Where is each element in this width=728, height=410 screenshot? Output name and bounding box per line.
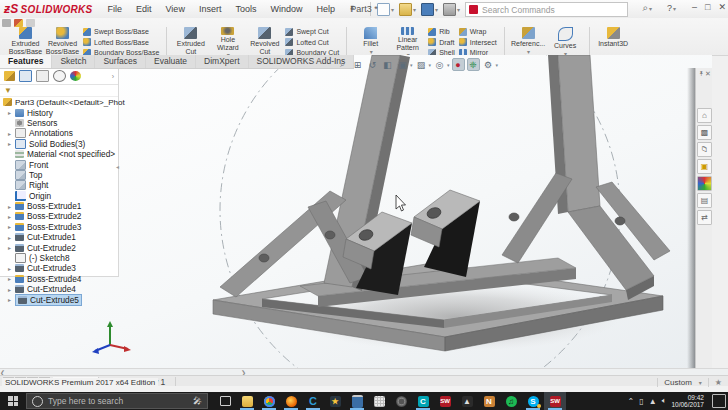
menu-edit[interactable]: Edit xyxy=(129,0,159,18)
maximize-button[interactable]: □ xyxy=(705,2,710,12)
tab-evaluate[interactable]: Evaluate xyxy=(146,55,196,68)
minimize-button[interactable]: – xyxy=(692,2,697,12)
previous-view-icon[interactable]: ↺ xyxy=(366,58,379,71)
search-magnifier-icon[interactable]: ⌕▾ xyxy=(642,2,652,14)
action-center-icon[interactable] xyxy=(712,394,726,408)
task-pane-pin-icon[interactable]: 🖈 xyxy=(698,70,705,78)
tree-item-cut-extrude3[interactable]: ▸ Cut-Extrude3 xyxy=(0,263,118,273)
task-view-icon[interactable] xyxy=(214,392,236,410)
configurationmanager-tab-icon[interactable] xyxy=(36,70,49,82)
appearances-scenes-icon[interactable] xyxy=(697,176,712,191)
view-palette-icon[interactable]: ▣ xyxy=(697,159,712,174)
save-button[interactable]: ▾ xyxy=(419,2,440,17)
menu-insert[interactable]: Insert xyxy=(192,0,229,18)
menu-view[interactable]: View xyxy=(159,0,192,18)
curves-button[interactable]: Curves ▾ xyxy=(547,26,584,58)
tray-expand-icon[interactable]: ⌃ xyxy=(628,397,635,406)
units-selector[interactable]: Custom xyxy=(664,378,692,387)
task-pane-close-icon[interactable]: ✕ xyxy=(705,70,711,78)
open-button[interactable]: ▾ xyxy=(397,2,418,17)
tree-item-cut-extrude1[interactable]: ▸ Cut-Extrude1 xyxy=(0,232,118,242)
network-icon[interactable]: ▲︎ xyxy=(649,397,657,406)
menu-file[interactable]: File xyxy=(101,0,130,18)
graphics-viewport[interactable]: ⌕ ⊞ ↺ ◧ ▣▾ ▨▾ ◎▾ ● ❈ ⚙▾ › ▼︎ Par xyxy=(0,55,712,368)
taskbar-search-box[interactable]: Type here to search 🎤︎ xyxy=(26,393,208,409)
fillet-button[interactable]: Fillet ▾ xyxy=(352,26,389,58)
c-blue-app-icon[interactable]: C xyxy=(302,392,324,410)
dimxpertmanager-tab-icon[interactable] xyxy=(53,70,66,82)
menu-help[interactable]: Help xyxy=(309,0,342,18)
apply-scene-icon[interactable]: ❈ xyxy=(467,58,480,71)
firefox-taskbar-icon[interactable] xyxy=(280,392,302,410)
hide-show-items-icon[interactable]: ◎ xyxy=(433,58,446,71)
view-settings-icon[interactable]: ⚙ xyxy=(482,58,495,71)
solidworks-resources-icon[interactable]: ⌂ xyxy=(697,108,712,123)
zoom-fit-icon[interactable]: ⌕ xyxy=(336,58,349,71)
propertymanager-tab-icon[interactable] xyxy=(19,70,32,82)
tree-item-boss-extrude2[interactable]: ▸ Boss-Extrude2 xyxy=(0,211,118,221)
tree-item-cut-extrude2[interactable]: ▸ Cut-Extrude2 xyxy=(0,242,118,252)
tab-sketch[interactable]: Sketch xyxy=(52,55,95,68)
extruded-cut-button[interactable]: Extruded Cut xyxy=(172,26,209,58)
media-star-app-icon[interactable]: ★ xyxy=(324,392,346,410)
tree-filter-row[interactable]: ▼︎ xyxy=(0,85,118,97)
lens-app-icon[interactable] xyxy=(390,392,412,410)
tree-item-origin[interactable]: Origin xyxy=(0,191,118,201)
hole-wizard-button[interactable]: Hole Wizard ▾ xyxy=(209,26,246,58)
tree-item-right-plane[interactable]: Right xyxy=(0,180,118,190)
tab-features[interactable]: Features xyxy=(0,55,52,68)
featuremanager-tab-icon[interactable] xyxy=(4,71,15,81)
camtasia-app-icon[interactable]: C xyxy=(412,392,434,410)
battery-icon[interactable]: ▯︎ xyxy=(639,397,643,406)
tree-item-front-plane[interactable]: Front xyxy=(0,159,118,169)
solidworks-taskbar-icon[interactable]: SW xyxy=(544,392,566,410)
volume-icon[interactable]: 🔈︎ xyxy=(662,396,667,406)
menu-window[interactable]: Window xyxy=(263,0,309,18)
display-style-icon[interactable]: ▨ xyxy=(415,58,428,71)
tree-item-top-plane[interactable]: Top xyxy=(0,170,118,180)
file-explorer-icon[interactable]: 📁︎ xyxy=(697,142,712,157)
lofted-boss-base-button[interactable]: Lofted Boss/Base xyxy=(83,38,159,47)
skype-app-icon[interactable]: S xyxy=(522,392,544,410)
linear-pattern-button[interactable]: Linear Pattern ▾ xyxy=(389,26,426,58)
command-search-box[interactable]: Search Commands xyxy=(465,2,628,17)
tree-item-sensors[interactable]: Sensors xyxy=(0,118,118,128)
draft-button[interactable]: Draft xyxy=(428,38,455,47)
close-button[interactable]: ✕ xyxy=(718,2,726,12)
units-caret-icon[interactable]: ▾ xyxy=(699,379,702,386)
tree-item-boss-extrude1[interactable]: ▸ Boss-Extrude1 xyxy=(0,201,118,211)
design-library-icon[interactable]: ▩ xyxy=(697,125,712,140)
extruded-boss-base-button[interactable]: Extruded Boss/Base xyxy=(7,26,44,58)
tree-item-boss-extrude4[interactable]: ▸ Boss-Extrude4 xyxy=(0,274,118,284)
edit-appearance-icon[interactable]: ● xyxy=(452,58,465,71)
custom-properties-icon[interactable]: ▤ xyxy=(697,193,712,208)
tags-icon[interactable]: ★ xyxy=(715,378,722,387)
tree-root-part[interactable]: Part3 (Default<<Default>_Phot xyxy=(0,97,118,107)
tree-item-sketch8[interactable]: (-) Sketch8 xyxy=(0,253,118,263)
swept-boss-base-button[interactable]: Swept Boss/Base xyxy=(83,27,159,36)
start-button[interactable] xyxy=(0,392,26,410)
chrome-taskbar-icon[interactable] xyxy=(258,392,280,410)
print-button[interactable]: ▾ xyxy=(441,2,462,17)
instant3d-button[interactable]: Instant3D xyxy=(595,26,632,58)
help-icon[interactable]: ?▾ xyxy=(667,3,676,13)
onenote-app-icon[interactable]: N xyxy=(478,392,500,410)
pin-icon[interactable]: 🖈 xyxy=(348,4,360,14)
section-view-icon[interactable]: ◧ xyxy=(381,58,394,71)
swept-cut-button[interactable]: Swept Cut xyxy=(285,27,339,36)
floppy-save-app-icon[interactable] xyxy=(346,392,368,410)
sw-red-app-icon[interactable]: S​W xyxy=(434,392,456,410)
reference-geometry-button[interactable]: Referenc... ▾ xyxy=(510,26,547,58)
rib-button[interactable]: Rib xyxy=(428,27,455,36)
displaymanager-tab-icon[interactable] xyxy=(70,71,81,81)
tree-collapse-arrow[interactable]: ◂ xyxy=(116,163,119,170)
tree-item-annotations[interactable]: ▸ Annotations xyxy=(0,128,118,138)
microphone-icon[interactable]: 🎤︎ xyxy=(193,396,202,406)
new-document-button[interactable]: ▾ xyxy=(375,2,396,17)
spotify-app-icon[interactable]: ♫ xyxy=(500,392,522,410)
view-orientation-icon[interactable]: ▣ xyxy=(396,58,409,71)
zoom-area-icon[interactable]: ⊞ xyxy=(351,58,364,71)
pack-and-go-icon[interactable]: ⇄ xyxy=(697,210,712,225)
tree-item-material[interactable]: Material <not specified> xyxy=(0,149,118,159)
tab-dimxpert[interactable]: DimXpert xyxy=(196,55,248,68)
